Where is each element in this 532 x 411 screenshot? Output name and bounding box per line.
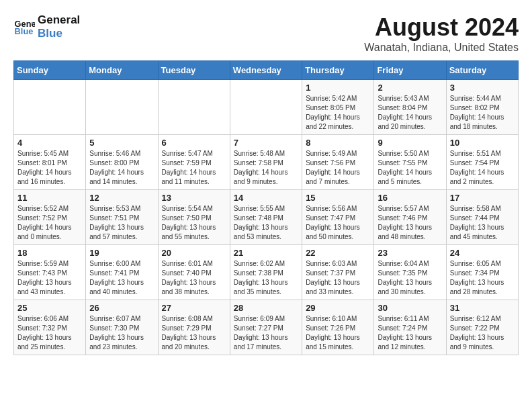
day-number: 31 <box>450 303 515 313</box>
calendar-cell: 1Sunrise: 5:42 AM Sunset: 8:05 PM Daylig… <box>302 80 374 135</box>
header-monday: Monday <box>86 61 158 80</box>
calendar-cell: 31Sunrise: 6:12 AM Sunset: 7:22 PM Dayli… <box>446 300 518 355</box>
calendar-week-4: 18Sunrise: 5:59 AM Sunset: 7:43 PM Dayli… <box>14 245 519 300</box>
day-number: 15 <box>306 193 370 203</box>
calendar-cell <box>14 80 86 135</box>
calendar-week-3: 11Sunrise: 5:52 AM Sunset: 7:52 PM Dayli… <box>14 190 519 245</box>
calendar-cell: 27Sunrise: 6:08 AM Sunset: 7:29 PM Dayli… <box>158 300 230 355</box>
header-sunday: Sunday <box>14 61 86 80</box>
day-info: Sunrise: 5:59 AM Sunset: 7:43 PM Dayligh… <box>17 259 82 297</box>
calendar-cell: 29Sunrise: 6:10 AM Sunset: 7:26 PM Dayli… <box>302 300 374 355</box>
day-number: 9 <box>378 138 442 148</box>
calendar-cell: 19Sunrise: 6:00 AM Sunset: 7:41 PM Dayli… <box>86 245 158 300</box>
day-info: Sunrise: 6:11 AM Sunset: 7:24 PM Dayligh… <box>378 314 442 352</box>
header-saturday: Saturday <box>446 61 518 80</box>
calendar-cell: 18Sunrise: 5:59 AM Sunset: 7:43 PM Dayli… <box>14 245 86 300</box>
day-number: 18 <box>17 248 82 258</box>
calendar-cell: 23Sunrise: 6:04 AM Sunset: 7:35 PM Dayli… <box>374 245 446 300</box>
day-number: 1 <box>306 83 370 93</box>
day-info: Sunrise: 5:44 AM Sunset: 8:02 PM Dayligh… <box>450 94 515 132</box>
day-number: 29 <box>306 303 370 313</box>
day-info: Sunrise: 5:54 AM Sunset: 7:50 PM Dayligh… <box>162 204 226 242</box>
day-number: 3 <box>450 83 515 93</box>
calendar-cell: 5Sunrise: 5:46 AM Sunset: 8:00 PM Daylig… <box>86 135 158 190</box>
calendar-cell: 2Sunrise: 5:43 AM Sunset: 8:04 PM Daylig… <box>374 80 446 135</box>
title-section: August 2024 Wanatah, Indiana, United Sta… <box>364 13 519 54</box>
day-info: Sunrise: 6:10 AM Sunset: 7:26 PM Dayligh… <box>306 314 370 352</box>
day-info: Sunrise: 5:57 AM Sunset: 7:46 PM Dayligh… <box>378 204 442 242</box>
day-info: Sunrise: 6:04 AM Sunset: 7:35 PM Dayligh… <box>378 259 442 297</box>
day-number: 4 <box>17 138 82 148</box>
day-number: 22 <box>306 248 370 258</box>
day-info: Sunrise: 6:09 AM Sunset: 7:27 PM Dayligh… <box>234 314 298 352</box>
day-info: Sunrise: 6:12 AM Sunset: 7:22 PM Dayligh… <box>450 314 515 352</box>
svg-text:Blue: Blue <box>15 27 34 37</box>
calendar-cell: 10Sunrise: 5:51 AM Sunset: 7:54 PM Dayli… <box>446 135 518 190</box>
day-info: Sunrise: 5:56 AM Sunset: 7:47 PM Dayligh… <box>306 204 370 242</box>
day-info: Sunrise: 5:42 AM Sunset: 8:05 PM Dayligh… <box>306 94 370 132</box>
calendar-cell: 6Sunrise: 5:47 AM Sunset: 7:59 PM Daylig… <box>158 135 230 190</box>
day-info: Sunrise: 5:52 AM Sunset: 7:52 PM Dayligh… <box>17 204 82 242</box>
location-title: Wanatah, Indiana, United States <box>364 42 519 54</box>
day-info: Sunrise: 6:03 AM Sunset: 7:37 PM Dayligh… <box>306 259 370 297</box>
day-number: 21 <box>234 248 298 258</box>
calendar-cell: 22Sunrise: 6:03 AM Sunset: 7:37 PM Dayli… <box>302 245 374 300</box>
day-info: Sunrise: 6:05 AM Sunset: 7:34 PM Dayligh… <box>450 259 515 297</box>
calendar-cell: 3Sunrise: 5:44 AM Sunset: 8:02 PM Daylig… <box>446 80 518 135</box>
day-number: 30 <box>378 303 442 313</box>
day-info: Sunrise: 5:49 AM Sunset: 7:56 PM Dayligh… <box>306 149 370 187</box>
calendar-cell <box>158 80 230 135</box>
calendar-cell: 15Sunrise: 5:56 AM Sunset: 7:47 PM Dayli… <box>302 190 374 245</box>
calendar-cell: 20Sunrise: 6:01 AM Sunset: 7:40 PM Dayli… <box>158 245 230 300</box>
day-number: 6 <box>162 138 226 148</box>
calendar-cell: 14Sunrise: 5:55 AM Sunset: 7:48 PM Dayli… <box>230 190 302 245</box>
calendar-cell: 12Sunrise: 5:53 AM Sunset: 7:51 PM Dayli… <box>86 190 158 245</box>
calendar-cell: 9Sunrise: 5:50 AM Sunset: 7:55 PM Daylig… <box>374 135 446 190</box>
day-info: Sunrise: 6:02 AM Sunset: 7:38 PM Dayligh… <box>234 259 298 297</box>
day-number: 17 <box>450 193 515 203</box>
calendar-cell: 13Sunrise: 5:54 AM Sunset: 7:50 PM Dayli… <box>158 190 230 245</box>
day-number: 27 <box>162 303 226 313</box>
day-info: Sunrise: 6:07 AM Sunset: 7:30 PM Dayligh… <box>89 314 154 352</box>
page-header: General Blue General Blue August 2024 Wa… <box>13 13 519 54</box>
calendar-cell: 16Sunrise: 5:57 AM Sunset: 7:46 PM Dayli… <box>374 190 446 245</box>
day-number: 11 <box>17 193 82 203</box>
logo-line1: General <box>38 13 80 27</box>
day-number: 28 <box>234 303 298 313</box>
day-number: 14 <box>234 193 298 203</box>
calendar-cell: 24Sunrise: 6:05 AM Sunset: 7:34 PM Dayli… <box>446 245 518 300</box>
calendar-week-2: 4Sunrise: 5:45 AM Sunset: 8:01 PM Daylig… <box>14 135 519 190</box>
day-number: 16 <box>378 193 442 203</box>
calendar-cell: 4Sunrise: 5:45 AM Sunset: 8:01 PM Daylig… <box>14 135 86 190</box>
calendar-header-row: SundayMondayTuesdayWednesdayThursdayFrid… <box>14 61 519 80</box>
header-thursday: Thursday <box>302 61 374 80</box>
logo: General Blue General Blue <box>13 13 80 41</box>
calendar-cell: 26Sunrise: 6:07 AM Sunset: 7:30 PM Dayli… <box>86 300 158 355</box>
header-tuesday: Tuesday <box>158 61 230 80</box>
day-number: 23 <box>378 248 442 258</box>
day-info: Sunrise: 6:01 AM Sunset: 7:40 PM Dayligh… <box>162 259 226 297</box>
calendar-cell: 7Sunrise: 5:48 AM Sunset: 7:58 PM Daylig… <box>230 135 302 190</box>
calendar-cell <box>86 80 158 135</box>
day-info: Sunrise: 6:08 AM Sunset: 7:29 PM Dayligh… <box>162 314 226 352</box>
header-friday: Friday <box>374 61 446 80</box>
calendar-cell: 21Sunrise: 6:02 AM Sunset: 7:38 PM Dayli… <box>230 245 302 300</box>
calendar-table: SundayMondayTuesdayWednesdayThursdayFrid… <box>13 60 519 355</box>
calendar-cell <box>230 80 302 135</box>
day-number: 26 <box>89 303 154 313</box>
logo-icon: General Blue <box>13 16 35 38</box>
day-number: 5 <box>89 138 154 148</box>
day-info: Sunrise: 5:53 AM Sunset: 7:51 PM Dayligh… <box>89 204 154 242</box>
logo-line2: Blue <box>38 27 80 40</box>
day-number: 13 <box>162 193 226 203</box>
calendar-cell: 11Sunrise: 5:52 AM Sunset: 7:52 PM Dayli… <box>14 190 86 245</box>
calendar-week-5: 25Sunrise: 6:06 AM Sunset: 7:32 PM Dayli… <box>14 300 519 355</box>
day-number: 25 <box>17 303 82 313</box>
day-number: 2 <box>378 83 442 93</box>
month-title: August 2024 <box>364 13 519 42</box>
day-number: 19 <box>89 248 154 258</box>
day-number: 12 <box>89 193 154 203</box>
calendar-cell: 17Sunrise: 5:58 AM Sunset: 7:44 PM Dayli… <box>446 190 518 245</box>
day-info: Sunrise: 5:55 AM Sunset: 7:48 PM Dayligh… <box>234 204 298 242</box>
header-wednesday: Wednesday <box>230 61 302 80</box>
